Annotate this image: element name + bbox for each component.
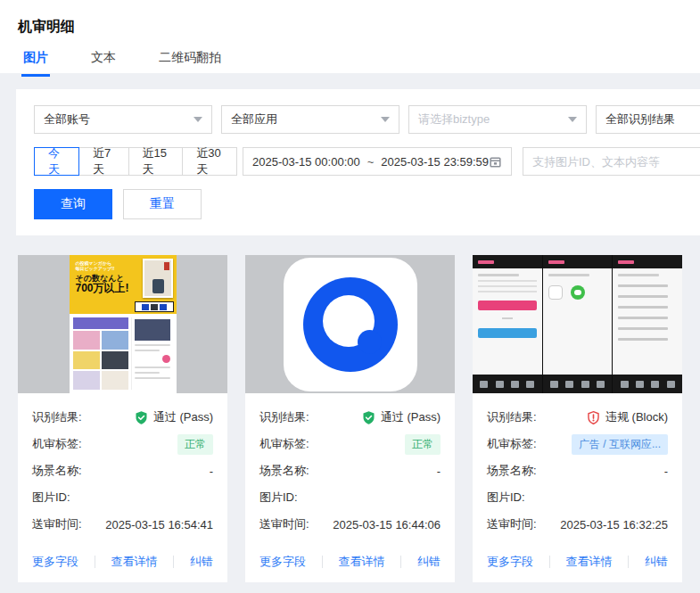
result-select[interactable]: 全部识别结果	[596, 105, 700, 134]
page-title: 机审明细	[18, 18, 679, 37]
decor	[613, 255, 682, 268]
card-actions: 更多字段 查看详情 纠错	[487, 545, 668, 581]
app-select-value: 全部应用	[231, 111, 277, 128]
decor	[73, 331, 129, 390]
card-actions: 更多字段 查看详情 纠错	[259, 545, 441, 581]
decor	[131, 317, 172, 390]
account-select[interactable]: 全部账号	[34, 105, 212, 134]
decor	[618, 274, 659, 276]
result-card: 识别结果: 通过 (Pass) 机审标签: 正常 场景名称: - 图片ID:	[245, 255, 455, 582]
result-label: 识别结果:	[32, 409, 82, 425]
decor	[478, 328, 537, 338]
decor	[548, 285, 563, 300]
scene-label: 场景名称:	[259, 463, 309, 479]
filter-row-actions: 查询 重置	[34, 189, 700, 219]
decor	[543, 255, 613, 268]
decor	[618, 306, 668, 309]
biztype-select-placeholder: 请选择biztype	[418, 111, 490, 128]
decor	[135, 367, 169, 368]
decor	[618, 327, 668, 330]
card-info: 识别结果: 通过 (Pass) 机审标签: 正常 场景名称: - 图片ID:	[18, 393, 227, 538]
card-info: 识别结果: 通过 (Pass) 机审标签: 正常 场景名称: - 图片ID:	[245, 393, 455, 538]
decor	[571, 285, 585, 300]
divider	[95, 556, 95, 568]
decor	[473, 268, 542, 375]
site-logo	[135, 301, 174, 312]
image-id-label: 图片ID:	[259, 490, 298, 506]
decor	[618, 338, 668, 341]
decor	[478, 274, 519, 276]
correct-link[interactable]: 纠错	[417, 554, 441, 570]
tag-row: 机审标签: 正常	[32, 431, 213, 457]
chevron-down-icon	[194, 117, 202, 122]
view-detail-link[interactable]: 查看详情	[111, 554, 158, 570]
app-select[interactable]: 全部应用	[221, 105, 399, 134]
scene-value: -	[664, 465, 668, 478]
scene-value: -	[437, 465, 441, 478]
card-thumbnail[interactable]	[245, 255, 455, 393]
correct-link[interactable]: 纠错	[645, 554, 668, 570]
date-start-value: 2025-03-15 00:00:00	[252, 155, 360, 169]
date-range-input[interactable]: 2025-03-15 00:00:00 ~ 2025-03-15 23:59:5…	[243, 147, 512, 176]
more-fields-link[interactable]: 更多字段	[487, 554, 533, 570]
more-fields-link[interactable]: 更多字段	[259, 554, 306, 570]
decor	[548, 285, 607, 300]
image-id-row: 图片ID:	[259, 484, 441, 511]
range-30days-button[interactable]: 近30天	[182, 147, 237, 176]
range-7days-button[interactable]: 近7天	[78, 147, 128, 176]
submit-time-label: 送审时间:	[487, 516, 537, 532]
range-today-button[interactable]: 今天	[34, 147, 79, 176]
manga-screenshot-grid	[70, 314, 177, 393]
scene-row: 场景名称: -	[32, 457, 213, 484]
manga-panel-image	[143, 259, 173, 298]
biztype-select[interactable]: 请选择biztype	[408, 105, 587, 134]
decor	[160, 304, 167, 310]
divider	[628, 556, 629, 568]
decor	[613, 268, 682, 375]
decor	[613, 375, 682, 393]
tab-bar: 图片 文本 二维码翻拍	[18, 50, 679, 77]
pass-shield-icon	[134, 410, 149, 425]
decor	[164, 262, 169, 270]
tab-qrcode-recapture[interactable]: 二维码翻拍	[157, 50, 223, 77]
submit-time-row: 送审时间: 2025-03-15 16:32:25	[487, 511, 668, 538]
submit-time-row: 送审时间: 2025-03-15 16:44:06	[259, 511, 441, 538]
calendar-icon[interactable]	[489, 155, 502, 169]
card-thumbnail[interactable]	[473, 255, 682, 393]
tag-badge: 正常	[177, 434, 213, 455]
view-detail-link[interactable]: 查看详情	[566, 554, 613, 570]
divider	[322, 556, 323, 568]
page-header: 机审明细 图片 文本 二维码翻拍	[0, 0, 700, 73]
decor	[543, 375, 613, 393]
account-select-value: 全部账号	[44, 111, 90, 128]
decor	[473, 375, 542, 393]
result-label: 识别结果:	[259, 409, 309, 425]
submit-time-value: 2025-03-15 16:32:25	[560, 518, 668, 531]
more-fields-link[interactable]: 更多字段	[32, 554, 78, 570]
decor	[135, 377, 169, 379]
correct-link[interactable]: 纠错	[190, 554, 213, 570]
submit-time-value: 2025-03-15 16:44:06	[333, 518, 441, 531]
decor	[478, 285, 537, 287]
result-row: 识别结果: 违规 (Block)	[487, 404, 668, 431]
tag-label: 机审标签:	[259, 436, 309, 452]
divider	[400, 556, 401, 568]
decor	[543, 268, 613, 375]
range-15days-button[interactable]: 近15天	[128, 147, 184, 176]
filter-panel: 全部账号 全部应用 请选择biztype 全部识别结果 今天 近7天 近15天 …	[16, 89, 700, 235]
search-input[interactable]	[523, 147, 700, 176]
submit-time-label: 送审时间:	[32, 516, 82, 532]
result-value: 通过 (Pass)	[134, 409, 213, 425]
tab-text[interactable]: 文本	[89, 50, 118, 77]
tag-label: 机审标签:	[487, 436, 537, 452]
view-detail-link[interactable]: 查看详情	[339, 554, 385, 570]
tag-row: 机审标签: 正常	[259, 431, 441, 457]
query-button[interactable]: 查询	[34, 189, 112, 219]
tab-image[interactable]: 图片	[21, 50, 50, 77]
browser-app-logo-image	[284, 258, 417, 391]
card-thumbnail[interactable]: の投稿マンガから 毎日ピックアップ!! その数なんと 700万以上!	[18, 255, 227, 393]
card-actions: 更多字段 查看详情 纠错	[32, 545, 213, 581]
reset-button[interactable]: 重置	[123, 189, 202, 219]
tag-badge[interactable]: 广告 / 互联网应...	[572, 434, 668, 455]
pass-shield-icon	[361, 410, 376, 425]
